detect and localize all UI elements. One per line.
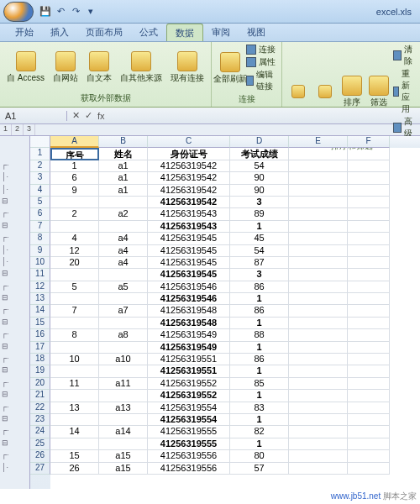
cell[interactable]	[50, 197, 99, 208]
cell[interactable]: 41256319552	[148, 390, 230, 402]
cell[interactable]	[289, 185, 348, 197]
cell[interactable]: 41256319551	[148, 365, 230, 377]
cell[interactable]	[289, 342, 348, 354]
cell[interactable]: 82	[230, 426, 289, 438]
row-header[interactable]: 13	[30, 293, 50, 305]
cell[interactable]: a1	[99, 185, 148, 197]
cell[interactable]: 41256319545	[148, 245, 230, 257]
cell[interactable]: 6	[50, 172, 99, 184]
sort-asc-button[interactable]	[286, 83, 311, 101]
cell[interactable]	[50, 414, 99, 426]
table-row[interactable]: 5a54125631954686	[50, 281, 420, 293]
ribbon-button[interactable]: 自网站	[50, 50, 81, 86]
cell[interactable]: a4	[99, 257, 148, 269]
table-row[interactable]: 序号姓名身份证号考试成绩	[50, 148, 420, 160]
cell[interactable]: 57	[230, 463, 289, 475]
save-icon[interactable]: 💾	[39, 5, 52, 18]
cell[interactable]: 41256319552	[148, 378, 230, 390]
row-header[interactable]: 26	[30, 450, 50, 462]
table-row[interactable]: 412563195541	[50, 414, 420, 426]
outline-toggle[interactable]: ⊟	[0, 197, 10, 208]
row-header[interactable]: 21	[30, 390, 50, 402]
cell[interactable]: 41256319545	[148, 257, 230, 269]
cell[interactable]	[348, 378, 390, 390]
cell[interactable]	[348, 208, 390, 220]
cell[interactable]	[50, 390, 99, 402]
cell[interactable]: 41256319554	[148, 414, 230, 426]
cell[interactable]: a15	[99, 463, 148, 475]
cell[interactable]	[348, 269, 390, 281]
cell[interactable]: 1	[230, 390, 289, 402]
cell[interactable]: 3	[230, 269, 289, 281]
cell[interactable]	[289, 438, 348, 450]
cell[interactable]: 41256319542	[148, 185, 230, 197]
table-row[interactable]: 2a24125631954389	[50, 208, 420, 220]
cell[interactable]: a13	[99, 402, 148, 414]
cell[interactable]	[289, 221, 348, 233]
table-row[interactable]: 9a14125631954290	[50, 185, 420, 197]
cell[interactable]	[289, 293, 348, 305]
cell[interactable]	[348, 365, 390, 377]
outline-toggle[interactable]	[0, 148, 10, 160]
ribbon-item[interactable]: 清除	[393, 44, 417, 67]
cell[interactable]: 11	[50, 378, 99, 390]
cell[interactable]: 20	[50, 257, 99, 269]
cell[interactable]	[289, 365, 348, 377]
cell[interactable]: 1	[230, 318, 289, 329]
cell[interactable]	[289, 269, 348, 281]
cell[interactable]	[348, 305, 390, 317]
cell[interactable]	[348, 450, 390, 462]
outline-toggle[interactable]: ┌·	[0, 450, 10, 462]
cell[interactable]: 41256319546	[148, 293, 230, 305]
cell[interactable]	[289, 378, 348, 390]
cell[interactable]	[348, 245, 390, 257]
outline-toggle[interactable]: ┌·	[0, 329, 10, 341]
outline-toggle[interactable]: ┌·	[0, 208, 10, 220]
cell[interactable]	[348, 185, 390, 197]
cell[interactable]: 8	[50, 329, 99, 341]
cell[interactable]: a4	[99, 233, 148, 244]
row-header[interactable]: 4	[30, 185, 50, 197]
cell[interactable]: 姓名	[99, 148, 148, 160]
tab-视图[interactable]: 视图	[239, 24, 274, 41]
table-row[interactable]: 10a104125631955186	[50, 354, 420, 365]
cell[interactable]	[348, 402, 390, 414]
table-row[interactable]: 8a84125631954988	[50, 329, 420, 341]
table-row[interactable]: 15a154125631955680	[50, 450, 420, 462]
cell[interactable]	[289, 414, 348, 426]
cell[interactable]: 4	[50, 233, 99, 244]
col-header[interactable]: B	[99, 136, 148, 148]
qat-dropdown-icon[interactable]: ▾	[84, 5, 97, 18]
cell[interactable]: 89	[230, 208, 289, 220]
cell[interactable]: 1	[50, 160, 99, 172]
cell[interactable]	[289, 281, 348, 293]
outline-level[interactable]: 1	[0, 124, 12, 135]
cell[interactable]	[348, 354, 390, 365]
ribbon-button[interactable]: 现有连接	[167, 50, 207, 86]
row-header[interactable]: 1	[30, 148, 50, 160]
cell[interactable]	[289, 233, 348, 244]
cell[interactable]	[348, 172, 390, 184]
cell[interactable]: 54	[230, 245, 289, 257]
cell[interactable]: 身份证号	[148, 148, 230, 160]
cell[interactable]	[289, 305, 348, 317]
cell[interactable]	[99, 342, 148, 354]
outline-toggle[interactable]: │·	[0, 185, 10, 197]
cell[interactable]: 10	[50, 354, 99, 365]
ribbon-item[interactable]: 重新应用	[393, 68, 417, 115]
row-header[interactable]: 12	[30, 281, 50, 293]
cell[interactable]: a14	[99, 426, 148, 438]
cancel-icon[interactable]: ✕	[72, 110, 80, 121]
row-header[interactable]: 6	[30, 208, 50, 220]
cell[interactable]	[99, 390, 148, 402]
cell[interactable]: 1	[230, 414, 289, 426]
col-header[interactable]: D	[230, 136, 289, 148]
cell[interactable]: 41256319545	[148, 233, 230, 244]
row-header[interactable]: 19	[30, 365, 50, 377]
outline-toggle[interactable]: ⊟	[0, 318, 10, 329]
row-header[interactable]: 20	[30, 378, 50, 390]
cell[interactable]: 1	[230, 342, 289, 354]
cell[interactable]	[289, 426, 348, 438]
cell[interactable]: 3	[230, 197, 289, 208]
cell[interactable]	[289, 463, 348, 475]
